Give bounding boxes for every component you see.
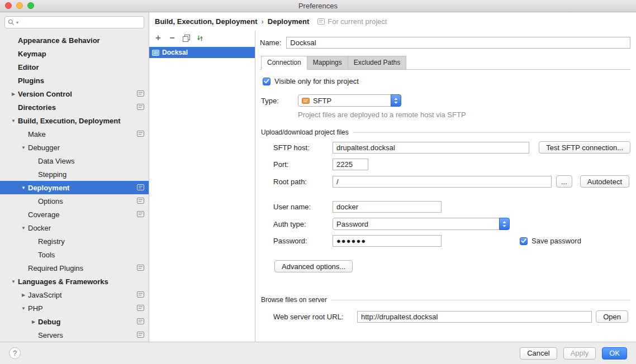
tab-mappings[interactable]: Mappings <box>307 56 348 70</box>
breadcrumb-parent[interactable]: Build, Execution, Deployment <box>155 17 257 26</box>
advanced-options-button[interactable]: Advanced options... <box>274 260 353 272</box>
port-input[interactable] <box>333 159 368 170</box>
sidebar-item-label: Stepping <box>38 170 67 179</box>
zoom-button[interactable] <box>27 2 34 9</box>
tab-excluded-paths[interactable]: Excluded Paths <box>348 56 406 70</box>
visible-only-label: Visible only for this project <box>274 77 359 85</box>
sidebar-item-coverage[interactable]: Coverage <box>0 208 149 221</box>
upload-section-label: Upload/download project files <box>261 128 349 136</box>
apply-button[interactable]: Apply <box>563 347 596 360</box>
sidebar-item-label: Options <box>38 197 63 205</box>
chevron-right-icon[interactable]: ▶ <box>20 293 27 298</box>
sidebar-item-debugger[interactable]: ▼Debugger <box>0 141 149 154</box>
visible-only-row: Visible only for this project <box>261 77 630 85</box>
tab-connection[interactable]: Connection <box>261 56 307 70</box>
chevron-right-icon[interactable]: ▶ <box>10 92 17 97</box>
browse-section-label: Browse files on server <box>261 296 327 304</box>
upload-section-header: Upload/download project files <box>261 128 630 136</box>
cancel-button[interactable]: Cancel <box>520 347 557 360</box>
preferences-window: Preferences ▾ Appearance & BehaviorKeyma… <box>0 0 636 364</box>
breadcrumb-separator: › <box>261 17 263 26</box>
scope-indicator: For current project <box>317 17 387 26</box>
dialog-footer: ? Cancel Apply OK <box>0 342 636 364</box>
copy-icon[interactable] <box>182 34 190 42</box>
visible-only-checkbox[interactable] <box>263 78 270 85</box>
sidebar-item-javascript[interactable]: ▶JavaScript <box>0 288 149 301</box>
sidebar-item-options[interactable]: Options <box>0 194 149 208</box>
remove-icon[interactable]: − <box>168 34 176 42</box>
search-wrap: ▾ <box>0 12 149 31</box>
sidebar-item-deployment[interactable]: ▼Deployment <box>0 181 149 194</box>
ok-button[interactable]: OK <box>602 347 627 360</box>
user-name-row: User name: <box>261 201 630 213</box>
sidebar-item-build-execution-deployment[interactable]: ▼Build, Execution, Deployment <box>0 114 149 127</box>
password-row: Password: Save password <box>261 235 630 247</box>
sidebar-item-editor[interactable]: Editor <box>0 60 149 74</box>
save-password-checkbox[interactable] <box>520 237 528 245</box>
chevron-down-icon[interactable]: ▼ <box>20 306 27 311</box>
open-button[interactable]: Open <box>596 310 628 323</box>
type-dropdown[interactable]: SFTP <box>298 94 401 107</box>
help-button[interactable]: ? <box>9 347 21 359</box>
auth-type-dropdown[interactable]: Password <box>333 218 510 230</box>
password-input[interactable] <box>333 235 442 247</box>
add-icon[interactable]: + <box>154 34 162 42</box>
sidebar-item-servers[interactable]: Servers <box>0 328 149 342</box>
chevron-down-icon[interactable]: ▼ <box>20 145 27 150</box>
chevron-down-icon[interactable]: ▼ <box>10 279 17 284</box>
close-button[interactable] <box>5 2 12 9</box>
user-name-input[interactable] <box>333 201 442 213</box>
sidebar-item-registry[interactable]: Registry <box>0 234 149 248</box>
sidebar-item-label: Version Control <box>18 90 72 98</box>
name-input[interactable] <box>286 37 630 49</box>
sidebar-item-required-plugins[interactable]: Required Plugins <box>0 261 149 275</box>
server-item-docksal[interactable]: Docksal <box>149 47 255 58</box>
sidebar-item-appearance-behavior[interactable]: Appearance & Behavior <box>0 33 149 47</box>
sidebar-item-directories[interactable]: Directories <box>0 100 149 114</box>
auth-type-value: Password <box>336 220 368 228</box>
chevron-down-icon[interactable]: ▼ <box>10 118 17 123</box>
test-connection-button[interactable]: Test SFTP connection... <box>539 141 630 154</box>
sidebar-item-plugins[interactable]: Plugins <box>0 74 149 87</box>
dropdown-stepper-icon <box>391 94 401 107</box>
web-root-row: Web server root URL: Open <box>261 310 630 323</box>
window-title: Preferences <box>298 2 338 10</box>
project-settings-icon <box>137 198 144 204</box>
type-help-text: Project files are deployed to a remote h… <box>298 111 630 119</box>
settings-tree: Appearance & BehaviorKeymapEditorPlugins… <box>0 31 149 342</box>
chevron-down-icon[interactable]: ▼ <box>20 185 27 190</box>
settings-sidebar: ▾ Appearance & BehaviorKeymapEditorPlugi… <box>0 12 149 342</box>
config-tabs: ConnectionMappingsExcluded Paths <box>260 56 630 70</box>
sidebar-item-tools[interactable]: Tools <box>0 248 149 261</box>
search-input[interactable] <box>20 18 141 26</box>
sidebar-item-label: PHP <box>28 304 43 313</box>
port-label: Port: <box>273 160 333 169</box>
sidebar-item-keymap[interactable]: Keymap <box>0 47 149 60</box>
chevron-right-icon[interactable]: ▶ <box>30 319 37 324</box>
search-box[interactable]: ▾ <box>4 16 144 28</box>
sidebar-item-label: Servers <box>38 331 63 339</box>
sync-icon[interactable] <box>196 34 204 42</box>
sidebar-item-php[interactable]: ▼PHP <box>0 301 149 315</box>
auth-type-row: Auth type: Password <box>261 218 630 230</box>
sidebar-item-debug[interactable]: ▶Debug <box>0 315 149 328</box>
minimize-button[interactable] <box>16 2 23 9</box>
sidebar-item-stepping[interactable]: Stepping <box>0 167 149 181</box>
sidebar-item-data-views[interactable]: Data Views <box>0 154 149 167</box>
project-settings-icon <box>137 184 144 190</box>
chevron-down-icon[interactable]: ▼ <box>20 226 27 231</box>
sidebar-item-languages-frameworks[interactable]: ▼Languages & Frameworks <box>0 275 149 288</box>
sftp-host-input[interactable] <box>333 142 529 154</box>
project-settings-icon <box>137 318 144 324</box>
sidebar-item-make[interactable]: Make <box>0 127 149 141</box>
user-name-label: User name: <box>273 203 333 211</box>
sidebar-item-docker[interactable]: ▼Docker <box>0 221 149 234</box>
sidebar-item-version-control[interactable]: ▶Version Control <box>0 87 149 100</box>
title-bar[interactable]: Preferences <box>0 0 636 12</box>
web-root-input[interactable] <box>357 311 592 323</box>
root-path-input[interactable] <box>333 176 552 188</box>
browse-root-button[interactable]: ... <box>556 175 572 188</box>
project-scope-icon <box>317 18 325 25</box>
autodetect-button[interactable]: Autodetect <box>580 175 629 188</box>
connection-tab-content: Visible only for this project Type: SFTP <box>260 70 630 323</box>
